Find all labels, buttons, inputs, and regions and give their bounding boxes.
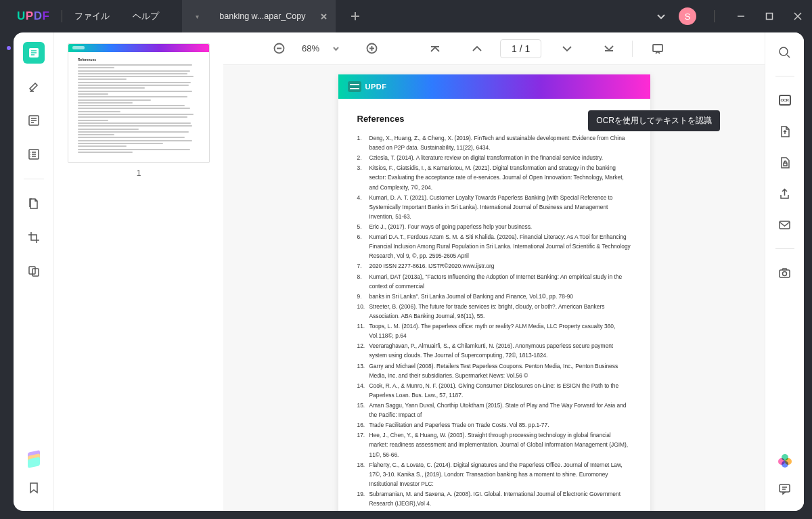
document-viewport[interactable]: UPDF References Deng, X., Huang, Z., & C… xyxy=(223,65,765,511)
page-1: UPDF References Deng, X., Huang, Z., & C… xyxy=(338,74,650,511)
reference-item: Kumari D.A.T., Ferdous Azam S. M. & Siti… xyxy=(357,232,631,261)
reference-item: Cziesla, T. (2014). A literature review … xyxy=(357,153,631,162)
reference-item: ©: DOI: 10.4018/jegr.2008040102. xyxy=(357,509,631,511)
dropdown-icon[interactable] xyxy=(649,4,673,28)
reference-item: Hee, J., Chen, Y., & Huang, W. (2003). S… xyxy=(357,430,631,459)
maximize-button[interactable] xyxy=(755,1,784,32)
convert-icon[interactable] xyxy=(776,122,794,140)
tab-indicator-icon: ▾ xyxy=(196,13,199,20)
close-icon[interactable] xyxy=(320,13,328,20)
separator xyxy=(775,248,794,249)
app-logo: UPDF xyxy=(17,9,49,23)
left-toolbar xyxy=(14,32,54,511)
zoom-dropdown[interactable] xyxy=(333,43,339,55)
minimize-button[interactable] xyxy=(727,1,755,32)
close-button[interactable] xyxy=(784,1,812,32)
chat-icon[interactable] xyxy=(776,480,794,497)
compare-tool[interactable] xyxy=(23,261,45,282)
avatar[interactable]: S xyxy=(679,7,696,25)
next-page-button[interactable] xyxy=(556,39,575,58)
separator xyxy=(24,179,44,179)
reference-item: Deng, X., Huang, Z., & Cheng, X. (2019).… xyxy=(357,133,631,152)
page-indicator[interactable]: 1 / 1 xyxy=(500,39,541,58)
form-tool[interactable] xyxy=(23,143,45,165)
reference-item: Veeraraghavan, P., Almuairfi, S., & Chil… xyxy=(357,341,631,360)
reference-item: Kitsios, F., Giatsidis, I., & Kamariotou… xyxy=(357,163,631,191)
svg-point-13 xyxy=(783,271,787,275)
reference-item: Garry and Michael (2008). Retailers Test… xyxy=(357,361,631,380)
reference-item: Kumari, D. A. T. (2021). Customer Loyalt… xyxy=(357,193,631,221)
references-list: Deng, X., Huang, Z., & Cheng, X. (2019).… xyxy=(357,133,631,511)
crop-tool[interactable] xyxy=(23,227,45,248)
prev-page-button[interactable] xyxy=(466,39,485,58)
menu-file[interactable]: ファイル xyxy=(74,10,110,22)
svg-rect-12 xyxy=(780,270,790,277)
protect-icon[interactable] xyxy=(776,154,794,171)
reference-item: Kumari, DAT (2013a), "Factors Influencin… xyxy=(357,272,631,291)
share-icon[interactable] xyxy=(776,185,794,202)
svg-rect-14 xyxy=(780,484,790,492)
thumb-page-number: 1 xyxy=(68,168,210,178)
bookmark-tool[interactable] xyxy=(23,477,45,499)
last-page-button[interactable] xyxy=(598,39,617,58)
reference-item: 2020 ISSN 2277-8616. IJSTR©2020.www.ijst… xyxy=(357,261,631,271)
page-tool[interactable] xyxy=(23,193,45,215)
camera-icon[interactable] xyxy=(776,264,794,281)
svg-rect-0 xyxy=(767,14,773,20)
separator xyxy=(714,10,715,22)
layers-icon[interactable] xyxy=(26,450,41,465)
separator xyxy=(632,41,633,57)
separator xyxy=(775,76,794,76)
reference-item: banks in Sri Lanka". Sri Lanka Journal o… xyxy=(357,292,631,301)
brand-text: UPDF xyxy=(365,83,387,91)
edit-text-tool[interactable] xyxy=(23,110,45,131)
svg-rect-11 xyxy=(780,221,790,229)
reference-item: Streeter, B. (2006). The future for trad… xyxy=(357,302,631,321)
highlight-tool[interactable] xyxy=(23,76,45,97)
search-icon[interactable] xyxy=(776,43,794,61)
new-tab-icon[interactable] xyxy=(351,12,360,21)
first-page-button[interactable] xyxy=(424,39,443,58)
reference-item: Aman Saggu, Yann Duval, Chorthip Utoktha… xyxy=(357,401,631,420)
presentation-button[interactable] xyxy=(648,39,667,58)
thumb-heading: References xyxy=(78,58,200,62)
thumbnail-page-1[interactable]: References xyxy=(68,43,210,163)
zoom-value: 68% xyxy=(295,43,326,53)
tab-active[interactable]: ▾ banking w...apar_Copy xyxy=(182,0,336,32)
reference-item: Eric J., (2017). Four ways of going pape… xyxy=(357,222,631,231)
ocr-icon[interactable]: OCR xyxy=(776,91,794,109)
svg-rect-10 xyxy=(784,163,787,166)
menu-help[interactable]: ヘルプ xyxy=(133,10,159,22)
zoom-in-button[interactable] xyxy=(362,39,381,58)
email-icon[interactable] xyxy=(776,216,794,233)
separator xyxy=(62,10,62,22)
reference-item: Subramanian, M. and Saxena, A. (2008). I… xyxy=(357,489,631,508)
brand-icon xyxy=(348,81,361,92)
reference-item: Flaherty, C., & Lovato, C. (2014). Digit… xyxy=(357,460,631,489)
tab-title: banking w...apar_Copy xyxy=(219,12,305,21)
svg-point-9 xyxy=(780,47,788,55)
side-indicator xyxy=(7,46,11,50)
zoom-out-button[interactable] xyxy=(269,39,288,58)
doc-toolbar: 68% 1 / 1 xyxy=(223,32,765,65)
reference-item: Cook, R. A., & Munro, N. F. (2001). Givi… xyxy=(357,381,631,400)
right-toolbar: OCR xyxy=(765,32,804,511)
svg-rect-8 xyxy=(653,45,662,51)
reference-item: Trade Facilitation and Paperless Trade o… xyxy=(357,420,631,430)
ai-icon[interactable] xyxy=(778,454,792,468)
ocr-tooltip: OCRを使用してテキストを認識 xyxy=(588,110,720,131)
reference-item: Toops, L. M. (2014). The paperless offic… xyxy=(357,321,631,340)
reader-tool[interactable] xyxy=(23,42,45,64)
thumbnail-panel: References 1 xyxy=(54,32,223,511)
